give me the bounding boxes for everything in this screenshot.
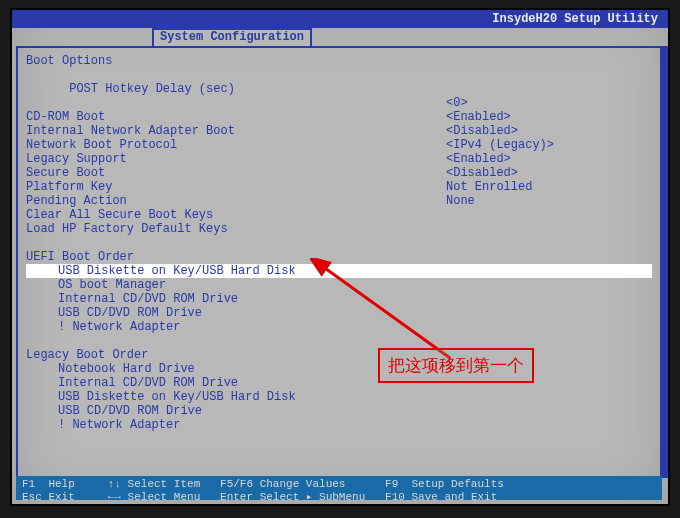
setting-value: None: [446, 194, 475, 208]
main-panel: Boot Options POST Hotkey Delay (sec) <0>…: [16, 46, 662, 478]
right-gutter: [662, 46, 668, 478]
setting-label: Legacy Support: [26, 152, 127, 166]
help-bar: F1 Help ↑↓ Select Item F5/F6 Change Valu…: [16, 476, 662, 500]
setting-label: Clear All Secure Boot Keys: [26, 208, 213, 222]
utility-title: InsydeH20 Setup Utility: [492, 12, 658, 26]
setting-label: Network Boot Protocol: [26, 138, 177, 152]
legacy-boot-item[interactable]: Notebook Hard Drive: [26, 362, 652, 376]
legacy-boot-item[interactable]: ! Network Adapter: [26, 418, 652, 432]
setting-row[interactable]: Clear All Secure Boot Keys: [26, 208, 652, 222]
uefi-boot-item[interactable]: Internal CD/DVD ROM Drive: [26, 292, 652, 306]
annotation-text: 把这项移到第一个: [388, 356, 524, 375]
uefi-boot-item[interactable]: USB CD/DVD ROM Drive: [26, 306, 652, 320]
setting-label: Internal Network Adapter Boot: [26, 124, 235, 138]
setting-row[interactable]: Load HP Factory Default Keys: [26, 222, 652, 236]
setting-row[interactable]: Legacy Support<Enabled>: [26, 152, 652, 166]
setting-row[interactable]: Internal Network Adapter Boot<Disabled>: [26, 124, 652, 138]
setting-value: <Disabled>: [446, 124, 518, 138]
setting-value: <IPv4 (Legacy)>: [446, 138, 554, 152]
post-hotkey-row[interactable]: POST Hotkey Delay (sec) <0>: [26, 68, 652, 82]
legacy-boot-item[interactable]: Internal CD/DVD ROM Drive: [26, 376, 652, 390]
setting-row[interactable]: Pending ActionNone: [26, 194, 652, 208]
title-bar: InsydeH20 Setup Utility: [12, 10, 668, 28]
boot-options-header: Boot Options: [26, 54, 652, 68]
legacy-boot-order-header: Legacy Boot Order: [26, 348, 652, 362]
setting-row[interactable]: Secure Boot<Disabled>: [26, 166, 652, 180]
uefi-boot-item[interactable]: USB Diskette on Key/USB Hard Disk: [26, 264, 652, 278]
setting-value: Not Enrolled: [446, 180, 532, 194]
uefi-boot-item[interactable]: ! Network Adapter: [26, 320, 652, 334]
setting-label: CD-ROM Boot: [26, 110, 105, 124]
setting-label: Platform Key: [26, 180, 112, 194]
help-text: F1 Help ↑↓ Select Item F5/F6 Change Valu…: [22, 478, 504, 500]
setting-row[interactable]: Platform KeyNot Enrolled: [26, 180, 652, 194]
legacy-boot-item[interactable]: USB CD/DVD ROM Drive: [26, 404, 652, 418]
setting-label: Pending Action: [26, 194, 127, 208]
uefi-boot-order-header: UEFI Boot Order: [26, 250, 652, 264]
bios-screen: InsydeH20 Setup Utility System Configura…: [10, 8, 670, 506]
setting-value: <Disabled>: [446, 166, 518, 180]
setting-label: Secure Boot: [26, 166, 105, 180]
setting-row[interactable]: CD-ROM Boot<Enabled>: [26, 110, 652, 124]
legacy-boot-item[interactable]: USB Diskette on Key/USB Hard Disk: [26, 390, 652, 404]
setting-value: <Enabled>: [446, 152, 511, 166]
annotation-box: 把这项移到第一个: [378, 348, 534, 383]
setting-row[interactable]: Network Boot Protocol<IPv4 (Legacy)>: [26, 138, 652, 152]
uefi-boot-item[interactable]: OS boot Manager: [26, 278, 652, 292]
tab-system-configuration[interactable]: System Configuration: [152, 28, 312, 46]
setting-label: Load HP Factory Default Keys: [26, 222, 228, 236]
setting-value: <Enabled>: [446, 110, 511, 124]
